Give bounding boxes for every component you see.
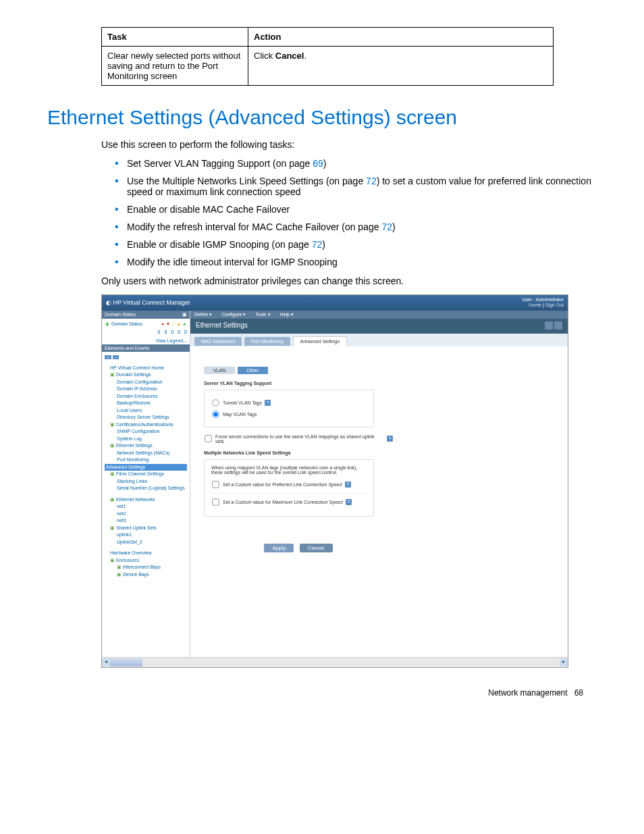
- view-legend-link[interactable]: View Legend...: [156, 338, 187, 343]
- tree-item[interactable]: Backup/Restore: [105, 400, 187, 407]
- privileges-note: Only users with network administrator pr…: [101, 276, 597, 286]
- tab-advanced-settings[interactable]: Advanced Settings: [293, 336, 347, 346]
- page-title: Ethernet Settings (Advanced Settings) sc…: [47, 106, 597, 129]
- tree-device-bays[interactable]: Device Bays: [105, 571, 187, 579]
- list-item: Set Server VLAN Tagging Support (on page…: [115, 158, 597, 169]
- radio-map-vlan[interactable]: Map VLAN Tags: [211, 410, 367, 419]
- info-icon[interactable]: ?: [346, 499, 352, 505]
- tree-home[interactable]: HP Virtual Connect Home: [105, 365, 187, 372]
- table-row: Clear newly selected ports without savin…: [102, 47, 554, 86]
- app-titlebar: ◐ HP Virtual Connect Manager User : Admi…: [102, 295, 568, 311]
- preferred-speed-checkbox[interactable]: [212, 481, 219, 488]
- list-item: Modify the refresh interval for MAC Cach…: [115, 221, 597, 232]
- subtab-vlan[interactable]: VLAN: [204, 367, 235, 374]
- tree-item[interactable]: Serial Number (Logical) Settings: [105, 485, 187, 492]
- tree-domain-settings[interactable]: Domain Settings: [105, 371, 187, 379]
- vlan-tagging-box: Tunnel VLAN Tags ? Map VLAN Tags: [204, 390, 374, 427]
- hp-logo-icon: ◐: [106, 299, 111, 306]
- page-link-69[interactable]: 69: [313, 158, 323, 169]
- scrollbar-arrow-left[interactable]: ◂: [102, 658, 110, 667]
- page-link-72[interactable]: 72: [366, 176, 377, 186]
- link-speed-note: When using mapped VLAN tags (multiple ne…: [211, 465, 367, 475]
- tree-item[interactable]: Port Monitoring: [105, 457, 187, 464]
- maximum-speed-row: Set a Custom value for Maximum Link Conn…: [211, 498, 367, 506]
- tree-item[interactable]: Stacking Links: [105, 478, 187, 486]
- print-icon[interactable]: [545, 321, 553, 330]
- menubar: Define ▾ Configure ▾ Tools ▾ Help ▾: [190, 311, 568, 319]
- home-link[interactable]: Home: [529, 303, 541, 307]
- link-speed-box: When using mapped VLAN tags (multiple ne…: [204, 459, 374, 517]
- button-row: Apply Cancel: [204, 544, 393, 552]
- tree-hardware-overview[interactable]: Hardware Overview: [105, 550, 187, 557]
- table-header-task: Task: [102, 28, 248, 47]
- tree-item[interactable]: net1: [105, 503, 187, 511]
- menu-tools[interactable]: Tools ▾: [255, 312, 270, 317]
- tree-item[interactable]: Domain Enclosures: [105, 393, 187, 400]
- elements-events-header: Elements and Events: [102, 344, 190, 352]
- preferred-speed-row: Set a Custom value for Preferred Link Co…: [211, 480, 367, 489]
- tree-item[interactable]: Directory Server Settings: [105, 414, 187, 421]
- action-cell: Click Cancel.: [248, 47, 554, 86]
- tree-item[interactable]: Network Settings (MACs): [105, 450, 187, 457]
- table-header-action: Action: [248, 28, 554, 47]
- content-area: VLAN Other Server VLAN Tagging Support T…: [190, 346, 568, 657]
- tree-item[interactable]: System Log: [105, 436, 187, 443]
- tab-port-monitoring[interactable]: Port Monitoring: [244, 337, 290, 346]
- tab-mac-addresses[interactable]: MAC Addresses: [194, 337, 242, 346]
- tree-item[interactable]: net2: [105, 511, 187, 518]
- main-panel: Define ▾ Configure ▾ Tools ▾ Help ▾ Ethe…: [190, 311, 568, 657]
- task-bullet-list: Set Server VLAN Tagging Support (on page…: [115, 158, 597, 267]
- tree-item[interactable]: uplink1: [105, 531, 187, 539]
- list-item: Enable or disable MAC Cache Failover: [115, 204, 597, 215]
- section-link-speed: Multiple Networks Link Speed Settings: [204, 450, 561, 455]
- cancel-button[interactable]: Cancel: [300, 544, 333, 552]
- tree-fc-settings[interactable]: Fibre Channel Settings: [105, 471, 187, 478]
- list-item: Use the Multiple Networks Link Speed Set…: [115, 176, 597, 197]
- tree-ethernet-settings[interactable]: Ethernet Settings: [105, 442, 187, 450]
- domain-status-row: ◑Domain Status ●▼!▲●: [102, 319, 190, 330]
- tree-item[interactable]: SNMP Configuration: [105, 428, 187, 436]
- radio-tunnel-vlan[interactable]: Tunnel VLAN Tags ?: [211, 398, 367, 407]
- tree-certificates[interactable]: Certificates/Authentications: [105, 421, 187, 429]
- app-title: HP Virtual Connect Manager: [113, 299, 190, 306]
- info-icon[interactable]: ?: [387, 436, 393, 442]
- page-link-72[interactable]: 72: [312, 239, 323, 250]
- tree-item[interactable]: Local Users: [105, 407, 187, 415]
- status-counts: 00000: [102, 330, 190, 337]
- maximum-speed-checkbox[interactable]: [212, 498, 219, 505]
- tree-enclosure1[interactable]: Enclosure1: [105, 557, 187, 565]
- tree-advanced-settings[interactable]: Advanced Settings: [105, 464, 187, 471]
- tree-interconnect-bays[interactable]: Interconnect Bays: [105, 564, 187, 571]
- tree-item[interactable]: net3: [105, 517, 187, 525]
- collapse-all-icon[interactable]: −: [113, 355, 119, 359]
- domain-status-header: Domain Status▣: [102, 311, 190, 319]
- tree-item[interactable]: Domain IP Address: [105, 386, 187, 393]
- help-icon[interactable]: [554, 321, 562, 330]
- info-icon[interactable]: ?: [265, 400, 271, 406]
- embedded-screenshot: ◐ HP Virtual Connect Manager User : Admi…: [101, 294, 568, 668]
- tree-uplink-sets[interactable]: Shared Uplink Sets: [105, 525, 187, 532]
- apply-button[interactable]: Apply: [264, 544, 294, 552]
- info-icon[interactable]: ?: [345, 481, 351, 488]
- list-item: Modify the idle timeout interval for IGM…: [115, 257, 597, 267]
- intro-text: Use this screen to perform the following…: [101, 139, 597, 150]
- subtab-other[interactable]: Other: [238, 367, 269, 374]
- panel-title: Ethernet Settings: [196, 321, 248, 331]
- tree-item[interactable]: UplinkSet_2: [105, 539, 187, 546]
- tree-item[interactable]: Domain Configuration: [105, 379, 187, 386]
- menu-configure[interactable]: Configure ▾: [221, 312, 246, 317]
- left-sidebar: Domain Status▣ ◑Domain Status ●▼!▲● 0000…: [102, 311, 190, 657]
- menu-define[interactable]: Define ▾: [194, 312, 212, 317]
- force-vlan-checkbox[interactable]: [205, 436, 211, 442]
- user-info: User : Administrator Home | Sign Out: [522, 297, 564, 309]
- expand-all-icon[interactable]: +: [105, 355, 111, 359]
- page-link-72[interactable]: 72: [381, 221, 392, 232]
- nav-tree: HP Virtual Connect Home Domain Settings …: [102, 362, 190, 581]
- tree-ethernet-networks[interactable]: Ethernet Networks: [105, 496, 187, 504]
- subtab-row: VLAN Other: [204, 367, 561, 374]
- list-item: Enable or disable IGMP Snooping (on page…: [115, 239, 597, 250]
- scrollbar-arrow-right[interactable]: ▸: [560, 658, 568, 667]
- signout-link[interactable]: Sign Out: [545, 303, 564, 307]
- menu-help[interactable]: Help ▾: [280, 312, 294, 317]
- horizontal-scrollbar[interactable]: ▸ ◂: [102, 657, 568, 667]
